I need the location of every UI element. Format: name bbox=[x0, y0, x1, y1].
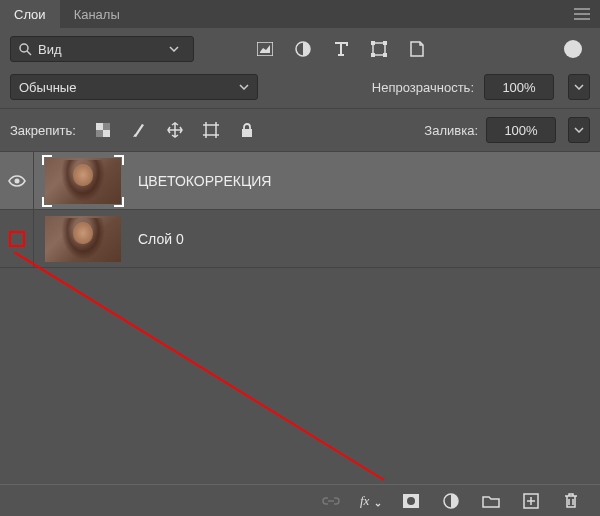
filter-smartobject-icon[interactable] bbox=[404, 36, 430, 62]
opacity-dropdown-button[interactable] bbox=[568, 74, 590, 100]
opacity-value-field[interactable]: 100% bbox=[484, 74, 554, 100]
layer-list: ЦВЕТОКОРРЕКЦИЯ Слой 0 bbox=[0, 152, 600, 484]
layer-style-icon[interactable]: fx bbox=[358, 488, 384, 514]
layer-row[interactable]: Слой 0 bbox=[0, 210, 600, 268]
filter-toolbar bbox=[0, 28, 600, 70]
svg-point-13 bbox=[14, 178, 19, 183]
layer-thumbnail-wrap bbox=[44, 215, 122, 263]
filter-toggle[interactable] bbox=[564, 40, 582, 58]
link-layers-icon[interactable] bbox=[318, 488, 344, 514]
svg-rect-5 bbox=[383, 41, 387, 45]
blend-opacity-row: Обычные Непрозрачность: 100% bbox=[0, 70, 600, 109]
layer-thumbnail[interactable] bbox=[45, 158, 121, 204]
filter-pixel-icon[interactable] bbox=[252, 36, 278, 62]
lock-transparency-icon[interactable] bbox=[90, 117, 116, 143]
chevron-down-icon bbox=[574, 84, 584, 90]
layer-thumbnail-wrap bbox=[44, 157, 122, 205]
chevron-down-icon bbox=[239, 84, 249, 90]
svg-rect-11 bbox=[206, 125, 216, 135]
panel-menu-icon[interactable] bbox=[574, 8, 590, 20]
lock-position-icon[interactable] bbox=[162, 117, 188, 143]
lock-fill-row: Закрепить: Заливка: 100% bbox=[0, 109, 600, 152]
new-group-icon[interactable] bbox=[478, 488, 504, 514]
eye-icon bbox=[8, 175, 26, 187]
visibility-column bbox=[0, 210, 34, 267]
fill-dropdown-button[interactable] bbox=[568, 117, 590, 143]
blend-mode-value: Обычные bbox=[19, 80, 76, 95]
annotation-arrow bbox=[0, 252, 394, 484]
visibility-toggle[interactable] bbox=[8, 175, 26, 187]
filter-type-icon[interactable] bbox=[328, 36, 354, 62]
svg-line-14 bbox=[14, 252, 384, 480]
svg-point-17 bbox=[407, 497, 415, 505]
filter-type-icons bbox=[252, 36, 430, 62]
fill-value: 100% bbox=[504, 123, 537, 138]
opacity-value: 100% bbox=[502, 80, 535, 95]
layer-thumbnail[interactable] bbox=[45, 216, 121, 262]
svg-rect-6 bbox=[371, 53, 375, 57]
fill-label: Заливка: bbox=[424, 123, 478, 138]
adjustment-layer-icon[interactable] bbox=[438, 488, 464, 514]
tab-channels[interactable]: Каналы bbox=[60, 0, 134, 28]
chevron-down-icon bbox=[574, 127, 584, 133]
svg-rect-9 bbox=[96, 123, 103, 130]
delete-layer-icon[interactable] bbox=[558, 488, 584, 514]
visibility-column bbox=[0, 152, 34, 209]
svg-rect-7 bbox=[383, 53, 387, 57]
lock-all-icon[interactable] bbox=[234, 117, 260, 143]
tab-layers[interactable]: Слои bbox=[0, 0, 60, 28]
svg-rect-10 bbox=[103, 130, 110, 137]
layer-mask-icon[interactable] bbox=[398, 488, 424, 514]
new-layer-icon[interactable] bbox=[518, 488, 544, 514]
opacity-label: Непрозрачность: bbox=[372, 80, 474, 95]
filter-adjustment-icon[interactable] bbox=[290, 36, 316, 62]
filter-shape-icon[interactable] bbox=[366, 36, 392, 62]
svg-rect-12 bbox=[242, 129, 252, 137]
layer-filter-dropdown[interactable] bbox=[10, 36, 194, 62]
layer-row[interactable]: ЦВЕТОКОРРЕКЦИЯ bbox=[0, 152, 600, 210]
svg-rect-1 bbox=[257, 42, 273, 56]
fill-value-field[interactable]: 100% bbox=[486, 117, 556, 143]
svg-text:fx: fx bbox=[360, 494, 370, 508]
chevron-down-icon bbox=[169, 46, 179, 52]
lock-artboard-icon[interactable] bbox=[198, 117, 224, 143]
lock-icons bbox=[90, 117, 260, 143]
tab-bar: Слои Каналы bbox=[0, 0, 600, 28]
blend-mode-dropdown[interactable]: Обычные bbox=[10, 74, 258, 100]
filter-value[interactable] bbox=[38, 42, 169, 57]
bottom-toolbar: fx bbox=[0, 484, 600, 516]
lock-label: Закрепить: bbox=[10, 123, 76, 138]
visibility-toggle-off-highlighted[interactable] bbox=[9, 231, 25, 247]
layer-name[interactable]: ЦВЕТОКОРРЕКЦИЯ bbox=[138, 173, 271, 189]
lock-pixels-icon[interactable] bbox=[126, 117, 152, 143]
layers-panel: Слои Каналы bbox=[0, 0, 600, 516]
layer-name[interactable]: Слой 0 bbox=[138, 231, 184, 247]
svg-rect-4 bbox=[371, 41, 375, 45]
svg-point-0 bbox=[20, 44, 28, 52]
search-icon bbox=[19, 43, 32, 56]
